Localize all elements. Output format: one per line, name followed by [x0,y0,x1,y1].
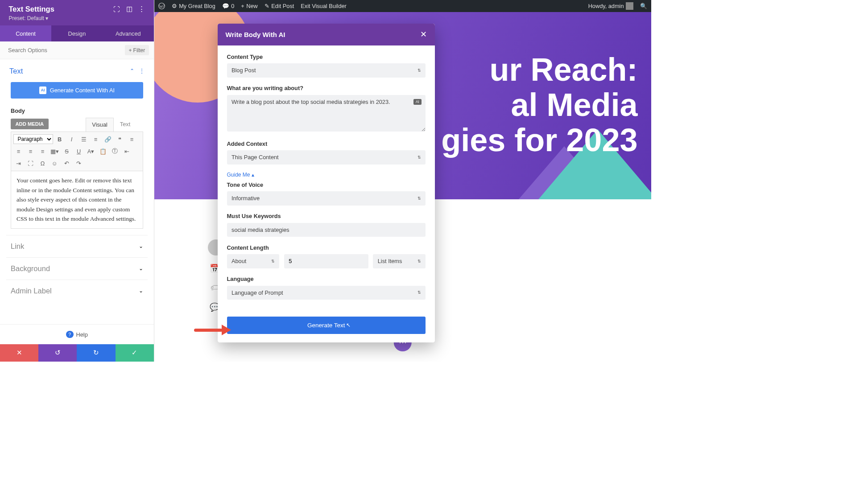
chevron-up-icon[interactable]: ⌃ [130,68,134,74]
paragraph-select[interactable]: Paragraph [13,134,53,144]
wp-admin-bar: ⚙My Great Blog 💬0 +New ✎Edit Post Exit V… [154,0,651,12]
editor-content[interactable]: Your content goes here. Edit or remove t… [11,171,143,229]
undo-icon[interactable]: ↶ [62,158,72,169]
length-mode-select[interactable]: About [227,254,280,268]
modal-title: Write Body With AI [226,31,285,38]
ai-icon: AI [39,87,47,94]
context-select[interactable]: This Page Content [227,150,426,165]
more-icon[interactable]: ⋮ [138,5,145,13]
undo-button[interactable]: ↺ [38,344,77,362]
context-label: Added Context [227,140,426,147]
editor-tab-text[interactable]: Text [114,118,136,132]
plus-icon: + [241,3,244,9]
section-text-header[interactable]: Text ⌃⋮ [6,63,148,78]
generate-ai-button[interactable]: AI Generate Content With AI [11,82,143,99]
length-value-input[interactable] [284,254,368,268]
home-icon: ⚙ [172,3,177,9]
ai-enhance-icon[interactable]: AI [413,99,422,105]
link-icon[interactable]: 🔗 [103,134,113,144]
help-link[interactable]: ?Help [0,324,154,344]
sidebar-header: Text Settings ⛶ ◫ ⋮ Preset: Default ▾ [0,0,154,25]
paste-icon[interactable]: 📋 [98,146,108,157]
underline-icon[interactable]: U [74,146,84,157]
indent-in-icon[interactable]: ⇥ [13,158,24,169]
search-bar: +Filter [0,41,154,59]
bullet-list-icon[interactable]: ☰ [79,134,89,144]
settings-sidebar: Text Settings ⛶ ◫ ⋮ Preset: Default ▾ Co… [0,0,154,362]
section-more-icon[interactable]: ⋮ [139,68,145,74]
help-icon: ? [66,331,74,338]
sidebar-title: Text Settings [9,5,54,13]
avatar [626,2,633,10]
layout-icon[interactable]: ◫ [126,5,132,13]
strike-icon[interactable]: S [62,146,72,157]
keywords-input[interactable] [227,223,426,237]
table-icon[interactable]: ▦▾ [50,146,60,157]
language-select[interactable]: Language of Prompt [227,286,426,300]
about-label: What are you writing about? [227,85,426,91]
save-button[interactable]: ✓ [116,344,154,362]
wp-logo-icon[interactable] [158,3,165,9]
expand-icon[interactable]: ⛶ [113,5,120,13]
about-textarea[interactable] [227,95,426,132]
guide-me-toggle[interactable]: Guide Me ▴ [227,172,426,178]
tab-content[interactable]: Content [0,25,51,41]
new-link[interactable]: +New [241,3,257,9]
comments-link[interactable]: 💬0 [222,3,235,9]
special-char-icon[interactable]: Ω [37,158,48,169]
section-link[interactable]: Link⌄ [6,235,148,257]
cursor-icon: ↖ [346,322,351,328]
align-right-icon[interactable]: ≡ [25,146,36,157]
align-center-icon[interactable]: ≡ [13,146,24,157]
bold-icon[interactable]: B [54,134,65,144]
pencil-icon: ✎ [265,3,269,9]
quote-icon[interactable]: ❝ [115,134,125,144]
section-admin-label[interactable]: Admin Label⌄ [6,280,148,302]
clear-format-icon[interactable]: Ⓣ [110,146,120,157]
redo-button[interactable]: ↻ [77,344,115,362]
editor-toolbar: Paragraph B I ☰ ≡ 🔗 ❝ ≡ ≡ ≡ ≡ ▦▾ S U A▾ … [11,132,143,171]
indent-out-icon[interactable]: ⇤ [122,146,132,157]
emoji-icon[interactable]: ☺ [50,158,60,169]
body-label: Body [6,105,148,117]
tone-select[interactable]: Informative [227,191,426,206]
chevron-down-icon: ⌄ [139,265,143,272]
filter-button[interactable]: +Filter [125,45,149,55]
add-media-button[interactable]: ADD MEDIA [11,119,49,129]
text-color-icon[interactable]: A▾ [86,146,96,157]
howdy-link[interactable]: Howdy, admin [588,2,633,10]
tab-advanced[interactable]: Advanced [103,25,154,41]
align-left-icon[interactable]: ≡ [127,134,137,144]
italic-icon[interactable]: I [66,134,77,144]
modal-header: Write Body With AI ✕ [218,24,435,45]
preset-dropdown[interactable]: Preset: Default ▾ [9,15,145,21]
section-background[interactable]: Background⌄ [6,257,148,280]
edit-post-link[interactable]: ✎Edit Post [265,3,294,9]
align-justify-icon[interactable]: ≡ [37,146,48,157]
number-list-icon[interactable]: ≡ [91,134,101,144]
chevron-down-icon: ⌄ [139,288,143,294]
annotation-arrow [194,325,231,335]
language-label: Language [227,276,426,282]
footer-actions: ✕ ↺ ↻ ✓ [0,344,154,362]
length-unit-select[interactable]: List Items [373,254,426,268]
plus-icon: + [129,47,132,54]
length-label: Content Length [227,244,426,251]
cancel-button[interactable]: ✕ [0,344,38,362]
search-input[interactable] [5,45,125,56]
exit-builder-link[interactable]: Exit Visual Builder [301,3,347,9]
content-type-select[interactable]: Blog Post [227,63,426,78]
keywords-label: Must Use Keywords [227,213,426,219]
site-link[interactable]: ⚙My Great Blog [172,3,215,9]
generate-text-button[interactable]: Generate Text ↖ [227,317,426,334]
tab-design[interactable]: Design [51,25,103,41]
redo-icon[interactable]: ↷ [74,158,84,169]
chevron-down-icon: ⌄ [139,243,143,249]
close-icon[interactable]: ✕ [420,29,427,39]
fullscreen-icon[interactable]: ⛶ [25,158,36,169]
search-icon[interactable]: 🔍 [640,3,647,9]
ai-modal: Write Body With AI ✕ Content Type Blog P… [218,24,435,343]
sidebar-tabs: Content Design Advanced [0,25,154,41]
comment-icon: 💬 [222,3,229,9]
editor-tab-visual[interactable]: Visual [86,118,114,132]
